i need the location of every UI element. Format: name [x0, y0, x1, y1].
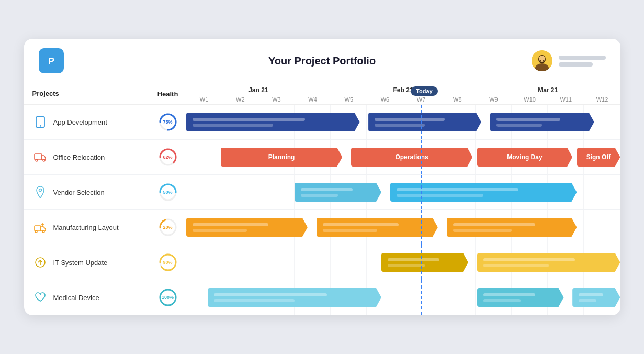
week-w9: W9 [476, 95, 512, 104]
header-right [532, 50, 606, 71]
timeline-cols: Today Jan 21 Feb 21 Mar 21 W1 W2 W3 W4 W… [186, 83, 620, 104]
month-mar: Mar 21 [476, 83, 620, 95]
svg-rect-12 [35, 154, 42, 160]
health-circle: 50% [158, 182, 178, 202]
health-col: 50% [150, 182, 186, 202]
svg-point-24 [42, 230, 44, 233]
gantt-bar: Planning [221, 148, 342, 167]
gantt-bars [186, 105, 620, 139]
logo: P [39, 48, 64, 73]
month-row: Jan 21 Feb 21 Mar 21 [186, 83, 620, 95]
project-icon [32, 114, 48, 130]
gantt-bar [368, 113, 481, 131]
svg-point-7 [543, 60, 544, 61]
timeline-header: Projects Health Today Jan 21 Feb 21 Mar … [24, 83, 620, 105]
project-info: Vendor Selection [24, 179, 150, 205]
page-title: Your Project Portfolio [268, 55, 376, 67]
health-col: 62% [150, 147, 186, 167]
avatar [532, 50, 552, 71]
week-w5: W5 [331, 95, 367, 104]
gantt-bars [186, 245, 620, 280]
today-line [421, 210, 422, 245]
month-feb: Feb 21 [331, 83, 476, 95]
today-line [421, 245, 422, 280]
health-circle: 20% [158, 217, 178, 237]
week-w11: W11 [548, 95, 584, 104]
gantt-bar [477, 253, 620, 272]
today-line [421, 175, 422, 209]
project-icon [32, 290, 48, 305]
projects-col-header: Projects [24, 83, 150, 104]
project-name: Office Relocation [53, 153, 105, 161]
gantt-bar [186, 218, 308, 237]
project-icon [32, 219, 48, 235]
project-info: Office Relocation [24, 144, 150, 170]
svg-point-17 [39, 189, 41, 192]
week-w12: W12 [584, 95, 620, 104]
project-row: Medical Device 100% [24, 280, 620, 315]
gantt-bars [186, 175, 620, 209]
gantt-container: Projects Health Today Jan 21 Feb 21 Mar … [24, 83, 620, 315]
gantt-bar: Moving Day [477, 148, 573, 167]
gantt-main: Projects Health Today Jan 21 Feb 21 Mar … [24, 83, 620, 315]
week-w2: W2 [222, 95, 258, 104]
project-icon [32, 149, 48, 165]
health-col: 100% [150, 287, 186, 307]
gantt-bar [186, 113, 360, 131]
bar-label: Planning [262, 153, 301, 161]
week-w1: W1 [186, 95, 222, 104]
gantt-bars: PlanningOperationsMoving DaySign Off [186, 140, 620, 174]
gantt-bar: Operations [351, 148, 472, 167]
project-row: Office Relocation 62% PlanningOperations… [24, 140, 620, 175]
gantt-bar [447, 218, 577, 237]
gantt-bar [295, 183, 381, 202]
svg-point-23 [35, 230, 37, 233]
week-w6: W6 [367, 95, 403, 104]
today-line [421, 140, 422, 174]
health-col-header: Health [150, 83, 186, 104]
project-name: Manufacturing Layout [53, 224, 119, 231]
svg-point-5 [539, 56, 545, 62]
project-info: Manufacturing Layout [24, 214, 150, 240]
svg-point-14 [43, 159, 45, 161]
project-info: IT System Update [24, 249, 150, 275]
project-icon [32, 255, 48, 270]
main-card: P Your Project Portfolio [24, 39, 620, 315]
gantt-bar [381, 253, 468, 272]
gantt-bar [572, 288, 620, 307]
project-name: Vendor Selection [53, 189, 105, 196]
gantt-bar [208, 288, 381, 307]
header: P Your Project Portfolio [24, 39, 620, 83]
bar-label: Moving Day [501, 153, 548, 161]
week-w7: W7 [403, 95, 439, 104]
project-icon [32, 184, 48, 200]
gantt-bars [186, 280, 620, 315]
project-info: App Development [24, 109, 150, 135]
week-w8: W8 [439, 95, 476, 104]
today-line [421, 280, 422, 315]
health-circle: 100% [158, 287, 178, 307]
project-name: Medical Device [53, 294, 99, 302]
project-row: Manufacturing Layout 20% [24, 210, 620, 245]
week-w10: W10 [512, 95, 548, 104]
svg-point-13 [36, 159, 38, 161]
project-name: App Development [53, 118, 107, 126]
project-row: Vendor Selection 50% [24, 175, 620, 210]
project-row: App Development 75% [24, 105, 620, 140]
month-jan: Jan 21 [186, 83, 331, 95]
svg-text:P: P [48, 56, 54, 67]
health-col: 90% [150, 252, 186, 272]
health-circle: 90% [158, 252, 178, 272]
user-info-lines [559, 56, 606, 67]
week-w3: W3 [258, 95, 295, 104]
user-name-line [559, 56, 606, 60]
bar-label: Sign Off [580, 153, 617, 161]
gantt-bar [477, 288, 564, 307]
health-col: 20% [150, 217, 186, 237]
week-w4: W4 [295, 95, 331, 104]
today-badge: Today [411, 86, 438, 96]
today-line [421, 105, 422, 139]
bar-label: Operations [389, 153, 434, 161]
health-circle: 75% [158, 112, 178, 132]
week-row: W1 W2 W3 W4 W5 W6 W7 W8 W9 W10 W11 W12 [186, 95, 620, 104]
